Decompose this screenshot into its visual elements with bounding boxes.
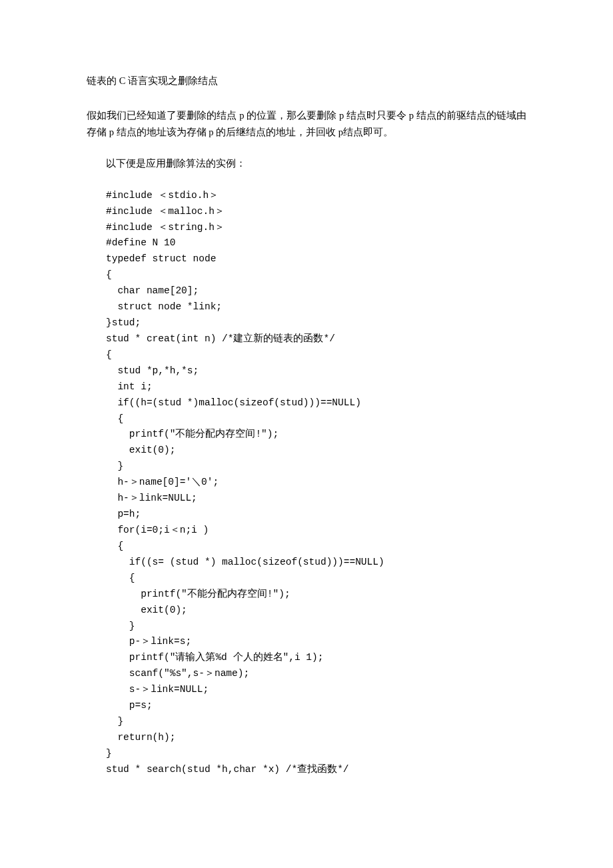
subheading: 以下便是应用删除算法的实例：: [87, 156, 526, 171]
intro-paragraph: 假如我们已经知道了要删除的结点 p 的位置，那么要删除 p 结点时只要令 p 结…: [87, 107, 526, 140]
code-block: #include ＜stdio.h＞ #include ＜malloc.h＞ #…: [106, 188, 526, 778]
document-title: 链表的 C 语言实现之删除结点: [87, 73, 526, 89]
document-page: 链表的 C 语言实现之删除结点 假如我们已经知道了要删除的结点 p 的位置，那么…: [0, 0, 613, 818]
